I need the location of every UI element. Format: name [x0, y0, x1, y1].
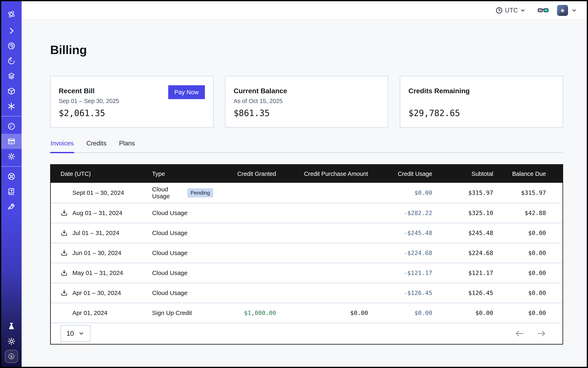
table-footer: 10: [51, 323, 562, 344]
invoice-date-cell: Apr 01 – 30, 2024: [51, 289, 152, 297]
balance-due-value: $0.00: [493, 249, 546, 257]
balance-due-value: $0.00: [493, 289, 546, 296]
chevron-down-icon: [78, 331, 84, 337]
sidebar: $: [1, 1, 22, 367]
sidebar-divider: [1, 116, 22, 117]
recent-bill-card: Recent Bill Sep 01 – Sep 30, 2025 $2,061…: [50, 76, 213, 128]
current-balance-card: Current Balance As of Oct 15, 2025 $861.…: [225, 76, 389, 128]
balance-due-value: $0.00: [493, 309, 546, 316]
invoice-date: Jul 01 – 31, 2024: [72, 230, 119, 236]
page-size-select[interactable]: 10: [61, 325, 90, 342]
column-header-credit-usage: Credit Usage: [368, 171, 432, 177]
invoice-date: Apr 01, 2024: [72, 309, 108, 316]
flask-icon[interactable]: [1, 319, 22, 334]
topbar: UTC: [22, 1, 587, 20]
subtotal-value: $126.45: [432, 289, 493, 296]
invoice-date-cell: Apr 01, 2024: [51, 309, 152, 317]
credit-usage-value: -$282.22: [368, 210, 432, 216]
credits-remaining-amount: $29,782.65: [408, 108, 460, 118]
status-badge: Pending: [187, 188, 213, 197]
download-invoice-icon[interactable]: [61, 229, 72, 237]
download-invoice-icon[interactable]: [61, 209, 72, 217]
pay-now-button[interactable]: Pay Now: [168, 85, 205, 99]
invoice-date-cell: Aug 01 – 31, 2024: [51, 209, 152, 217]
card-subtitle: [408, 98, 555, 105]
timezone-selector[interactable]: UTC: [496, 7, 526, 14]
clock-icon: [496, 7, 503, 14]
orbit-logo-icon[interactable]: [1, 5, 22, 23]
download-invoice-icon[interactable]: [61, 289, 72, 297]
table-row: May 01 – 31, 2024 Cloud Usage -$121.17 $…: [51, 263, 562, 283]
subtotal-value: $245.48: [432, 230, 493, 236]
glasses-icon[interactable]: [537, 7, 549, 13]
tab-invoices[interactable]: Invoices: [50, 138, 74, 153]
column-header-date: Date (UTC): [51, 171, 152, 177]
chevron-right-icon[interactable]: [1, 23, 22, 38]
credit-usage-value: $0.00: [368, 189, 432, 196]
column-header-credit-granted: Credit Granted: [213, 171, 276, 177]
credit-purchase-value: $0.00: [276, 309, 368, 316]
dollar-badge-icon[interactable]: $: [1, 349, 22, 364]
invoice-type: Cloud Usage: [152, 289, 187, 296]
timezone-label: UTC: [505, 7, 518, 14]
asterisk-icon[interactable]: [1, 99, 22, 114]
invoice-date-cell: Jul 01 – 31, 2024: [51, 229, 152, 237]
layers-icon[interactable]: [1, 69, 22, 84]
wheel-icon[interactable]: [1, 169, 22, 184]
eye-icon[interactable]: [1, 38, 22, 54]
tab-credits[interactable]: Credits: [86, 138, 107, 152]
previous-page-arrow-icon[interactable]: [515, 330, 524, 338]
invoice-type-cell: Cloud Usage Pending: [152, 186, 213, 200]
invoice-type-cell: Cloud Usage: [152, 289, 213, 296]
subtotal-value: $0.00: [432, 309, 493, 316]
summary-cards: Recent Bill Sep 01 – Sep 30, 2025 $2,061…: [50, 76, 563, 128]
sidebar-divider: [1, 166, 22, 167]
timer-icon[interactable]: [1, 54, 22, 69]
chevron-down-icon[interactable]: [571, 8, 577, 13]
invoice-type: Cloud Usage: [152, 230, 187, 236]
invoice-date: May 01 – 31, 2024: [72, 269, 123, 276]
download-invoice-icon[interactable]: [61, 249, 72, 257]
table-row: Jul 01 – 31, 2024 Cloud Usage -$245.48 $…: [51, 223, 562, 243]
subtotal-value: $325.10: [432, 210, 493, 216]
credit-granted-value: $1,000.00: [213, 309, 276, 316]
invoice-date: Aug 01 – 31, 2024: [72, 210, 122, 216]
balance-due-value: $0.00: [493, 269, 546, 276]
balance-due-value: $42.88: [493, 210, 546, 216]
invoice-type-cell: Cloud Usage: [152, 269, 213, 276]
credit-usage-value: -$121.17: [368, 269, 432, 276]
credit-usage-value: -$126.45: [368, 289, 432, 296]
invoice-type: Cloud Usage: [152, 210, 187, 216]
invoice-type: Cloud Usage: [152, 269, 187, 276]
invoice-type: Cloud Usage: [152, 186, 183, 200]
balance-due-value: $315.97: [493, 189, 546, 196]
card-subtitle: As of Oct 15, 2025: [234, 98, 380, 105]
page-size-value: 10: [66, 330, 74, 337]
invoice-date-cell: Jun 01 – 30, 2024: [51, 249, 152, 257]
gear-icon[interactable]: [1, 149, 22, 164]
subtotal-value: $224.68: [432, 249, 493, 257]
download-invoice-icon[interactable]: [61, 269, 72, 277]
book-sparkle-icon[interactable]: [1, 184, 22, 199]
invoice-date-cell: Sept 01 – 30, 2024: [51, 189, 152, 196]
invoices-table: Date (UTC) Type Credit Granted Credit Pu…: [50, 164, 563, 345]
billing-credit-card-icon[interactable]: [1, 134, 22, 149]
column-header-balance-due: Balance Due: [493, 171, 546, 177]
invoice-type: Sign Up Credit: [152, 309, 192, 316]
card-title: Current Balance: [234, 87, 380, 95]
rocket-icon[interactable]: [1, 199, 22, 214]
invoice-date: Apr 01 – 30, 2024: [72, 289, 121, 296]
sun-icon[interactable]: [1, 334, 22, 349]
invoice-date-cell: May 01 – 31, 2024: [51, 269, 152, 277]
table-row: Apr 01 – 30, 2024 Cloud Usage -$126.45 $…: [51, 283, 562, 303]
invoice-type-cell: Cloud Usage: [152, 230, 213, 236]
cube-icon[interactable]: [1, 84, 22, 99]
table-row: Jun 01 – 30, 2024 Cloud Usage -$224.68 $…: [51, 243, 562, 263]
chevron-down-icon: [520, 8, 526, 13]
table-row: Apr 01, 2024 Sign Up Credit $1,000.00 $0…: [51, 303, 562, 323]
user-avatar[interactable]: [557, 5, 568, 16]
gauge-icon[interactable]: [1, 119, 22, 134]
invoice-type-cell: Cloud Usage: [152, 210, 213, 216]
next-page-arrow-icon[interactable]: [537, 330, 546, 338]
tab-plans[interactable]: Plans: [119, 138, 135, 152]
